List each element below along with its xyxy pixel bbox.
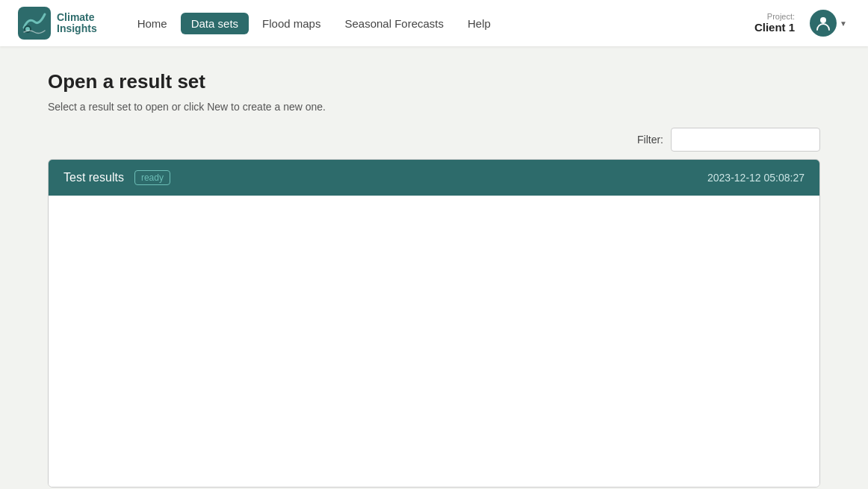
svg-rect-0 <box>18 7 51 40</box>
result-item-name: Test results <box>63 171 124 184</box>
avatar <box>810 10 837 37</box>
project-label: Project: Client 1 <box>754 12 795 34</box>
user-menu-button[interactable]: ▼ <box>807 7 850 40</box>
nav-help[interactable]: Help <box>457 13 501 34</box>
filter-label: Filter: <box>637 134 663 146</box>
chevron-down-icon: ▼ <box>840 19 847 28</box>
svg-point-3 <box>820 17 826 23</box>
logo-name-line2: Insights <box>57 23 97 34</box>
result-item-left: Test results ready <box>63 170 170 185</box>
page-subtitle: Select a result set to open or click New… <box>48 101 820 113</box>
project-name: Client 1 <box>754 21 795 34</box>
result-list: Test results ready 2023-12-12 05:08:27 <box>48 159 820 488</box>
header-right: Project: Client 1 ▼ <box>754 7 850 40</box>
main-nav: Home Data sets Flood maps Seasonal Forec… <box>127 13 754 34</box>
project-label-text: Project: <box>754 12 795 21</box>
nav-floodmaps[interactable]: Flood maps <box>252 13 331 34</box>
logo-icon <box>18 7 51 40</box>
person-icon <box>815 15 831 31</box>
filter-input[interactable] <box>671 128 820 152</box>
filter-row: Filter: <box>48 128 820 152</box>
page-title: Open a result set <box>48 70 820 93</box>
logo-text: Climate Insights <box>57 12 97 35</box>
nav-datasets[interactable]: Data sets <box>181 13 249 34</box>
nav-home[interactable]: Home <box>127 13 178 34</box>
result-item-date: 2023-12-12 05:08:27 <box>707 172 805 184</box>
status-badge: ready <box>134 170 170 185</box>
logo-name-line1: Climate <box>57 12 97 23</box>
result-empty-area <box>49 196 819 487</box>
nav-seasonal[interactable]: Seasonal Forecasts <box>334 13 454 34</box>
logo[interactable]: Climate Insights <box>18 7 97 40</box>
result-item[interactable]: Test results ready 2023-12-12 05:08:27 <box>49 160 819 196</box>
